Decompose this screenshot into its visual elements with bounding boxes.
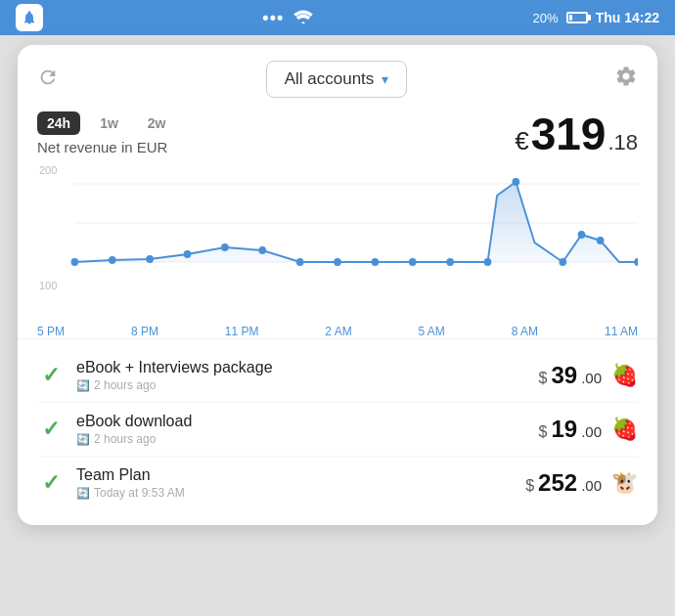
time-label: 2 hours ago (94, 432, 156, 446)
filter-24h[interactable]: 24h (37, 111, 80, 135)
check-icon: ✓ (37, 469, 65, 497)
transaction-time: 🔄 Today at 9:53 AM (76, 486, 525, 500)
amount-currency: $ (539, 423, 548, 441)
svg-point-8 (221, 243, 229, 251)
svg-point-11 (334, 258, 341, 266)
transaction-amount: $ 19 .00 (539, 416, 602, 443)
svg-point-4 (71, 258, 79, 266)
battery-percent: 20% (533, 11, 559, 25)
wifi-icon (293, 10, 313, 26)
svg-point-16 (512, 178, 519, 186)
clock: Thu 14:22 (596, 10, 659, 25)
gear-icon[interactable] (614, 65, 638, 94)
amount-cents: .00 (581, 423, 602, 440)
x-axis-labels: 5 PM 8 PM 11 PM 2 AM 5 AM 8 AM 11 AM (18, 321, 657, 338)
time-label: Today at 9:53 AM (94, 486, 185, 500)
filter-1w[interactable]: 1w (90, 111, 128, 135)
status-right: 20% Thu 14:22 (533, 10, 659, 25)
svg-point-12 (372, 258, 380, 266)
check-icon: ✓ (37, 416, 65, 443)
x-label-8am: 8 AM (512, 325, 538, 338)
amount-main: 39 (551, 362, 577, 389)
svg-point-14 (446, 258, 454, 266)
card-header: All accounts ▾ (18, 45, 657, 111)
amount-main: 252 (538, 469, 577, 497)
chevron-down-icon: ▾ (382, 71, 388, 87)
x-label-5pm: 5 PM (37, 325, 65, 338)
time-filters: 24h 1w 2w (37, 111, 176, 135)
svg-point-10 (296, 258, 304, 266)
net-revenue-label: Net revenue in EUR (37, 139, 176, 155)
account-label: All accounts (285, 69, 375, 89)
svg-point-15 (484, 258, 492, 266)
amount-currency: $ (539, 370, 548, 387)
amount-cents: .00 (581, 477, 602, 494)
svg-point-9 (258, 246, 266, 254)
table-row: ✓ Team Plan 🔄 Today at 9:53 AM $ 252 .00… (37, 457, 638, 509)
transactions-list: ✓ eBook + Interviews package 🔄 2 hours a… (18, 338, 657, 525)
transaction-name: eBook + Interviews package (76, 359, 539, 376)
check-icon: ✓ (37, 362, 65, 389)
transaction-info: eBook + Interviews package 🔄 2 hours ago (76, 359, 539, 392)
y-label-100: 100 (39, 280, 57, 291)
amount-main: 19 (551, 416, 577, 443)
product-emoji: 🍓 (611, 363, 638, 388)
svg-point-20 (634, 258, 638, 266)
sync-icon: 🔄 (76, 487, 90, 500)
ellipsis: ••• (262, 8, 284, 28)
product-emoji: 🍓 (611, 417, 638, 442)
amount-currency: $ (525, 477, 534, 495)
sync-icon: 🔄 (76, 379, 90, 392)
transaction-name: eBook download (76, 413, 539, 430)
notification-icon (16, 4, 43, 31)
y-label-200: 200 (39, 164, 57, 176)
transaction-time: 🔄 2 hours ago (76, 432, 539, 446)
table-row: ✓ eBook download 🔄 2 hours ago $ 19 .00 … (37, 403, 638, 457)
svg-point-17 (559, 258, 566, 266)
status-center: ••• (262, 8, 313, 28)
y-axis-labels: 200 100 (39, 164, 57, 291)
battery-icon (566, 12, 588, 23)
svg-point-5 (109, 256, 116, 264)
chart-svg (37, 164, 638, 301)
transaction-name: Team Plan (76, 466, 525, 484)
transaction-info: eBook download 🔄 2 hours ago (76, 413, 539, 446)
x-label-11pm: 11 PM (225, 325, 259, 338)
filter-2w[interactable]: 2w (138, 111, 176, 135)
transaction-amount: $ 252 .00 (525, 469, 602, 497)
left-stats: 24h 1w 2w Net revenue in EUR (37, 111, 176, 155)
svg-point-19 (597, 237, 605, 244)
svg-point-13 (409, 258, 417, 266)
account-dropdown[interactable]: All accounts ▾ (266, 61, 408, 98)
revenue-main: 319 (531, 111, 607, 156)
svg-point-6 (146, 255, 154, 263)
transaction-info: Team Plan 🔄 Today at 9:53 AM (76, 466, 525, 500)
x-label-11am: 11 AM (605, 325, 638, 338)
x-label-8pm: 8 PM (131, 325, 158, 338)
main-card: All accounts ▾ 24h 1w 2w Net revenue in … (18, 45, 657, 525)
currency-symbol: € (515, 126, 528, 156)
product-emoji: 🐮 (611, 470, 638, 496)
svg-point-18 (578, 231, 586, 239)
stats-section: 24h 1w 2w Net revenue in EUR € 319 .18 (18, 111, 657, 164)
revenue-cents: .18 (608, 130, 638, 155)
sync-icon: 🔄 (76, 433, 90, 446)
chart-container: 200 100 (18, 164, 657, 321)
svg-marker-3 (74, 182, 638, 262)
status-bar: ••• 20% Thu 14:22 (0, 0, 675, 35)
transaction-amount: $ 39 .00 (539, 362, 602, 389)
svg-point-7 (184, 250, 192, 258)
x-label-5am: 5 AM (419, 325, 445, 338)
table-row: ✓ eBook + Interviews package 🔄 2 hours a… (37, 349, 638, 403)
amount-cents: .00 (581, 370, 602, 386)
transaction-time: 🔄 2 hours ago (76, 378, 539, 392)
refresh-icon[interactable] (37, 66, 59, 93)
revenue-amount: € 319 .18 (515, 111, 638, 156)
time-label: 2 hours ago (94, 378, 156, 392)
x-label-2am: 2 AM (325, 325, 351, 338)
